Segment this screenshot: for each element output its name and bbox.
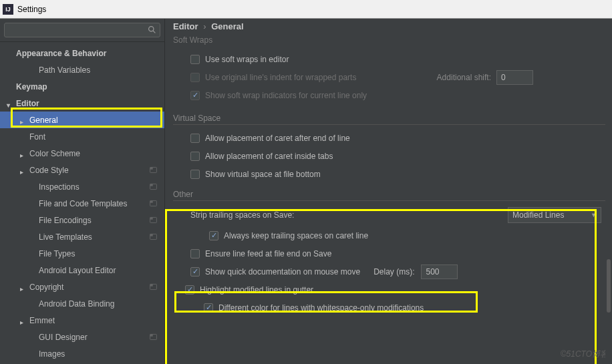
- additional-shift-label: Additional shift:: [437, 73, 491, 82]
- sidebar-item-label: Code Style: [29, 166, 149, 175]
- additional-shift-input[interactable]: [496, 70, 533, 85]
- svg-rect-13: [150, 284, 153, 286]
- section-virtual-space-title: Virtual Space: [173, 114, 607, 125]
- checkbox-icon[interactable]: [190, 267, 200, 277]
- sidebar-item-label: Font: [29, 132, 164, 142]
- search-input[interactable]: [4, 23, 160, 37]
- svg-rect-7: [150, 200, 153, 202]
- scrollbar-vertical[interactable]: [605, 59, 612, 364]
- section-other-title: Other: [173, 190, 607, 201]
- sidebar-item-general[interactable]: General: [0, 112, 164, 128]
- opt-ensure-lf[interactable]: Ensure line feed at file end on Save: [173, 244, 607, 262]
- sidebar-item-font[interactable]: Font: [0, 128, 164, 145]
- sidebar-item-label: Live Templates: [39, 232, 149, 242]
- sidebar-item-label: Color Scheme: [29, 149, 164, 158]
- opt-caret-eol[interactable]: Allow placement of caret after end of li…: [173, 129, 607, 147]
- settings-tree: Appearance & BehaviorPath VariablesKeyma…: [0, 42, 164, 364]
- svg-rect-5: [150, 184, 153, 186]
- opt-show-indicators: Show soft wrap indicators for current li…: [173, 86, 607, 104]
- svg-rect-11: [150, 234, 153, 236]
- sidebar-item-label: GUI Designer: [39, 333, 149, 342]
- opt-quick-doc[interactable]: Show quick documentation on mouse move D…: [173, 262, 607, 281]
- app-logo-icon: IJ: [3, 4, 13, 15]
- sidebar-item-emmet[interactable]: Emmet: [0, 312, 164, 329]
- opt-use-soft-wraps[interactable]: Use soft wraps in editor: [173, 50, 607, 68]
- sidebar-item-appearance-behavior[interactable]: Appearance & Behavior: [0, 45, 164, 61]
- strip-spaces-select[interactable]: Modified Lines ▼: [508, 207, 601, 223]
- sidebar-item-label: Emmet: [29, 316, 164, 325]
- sidebar-item-editor[interactable]: Editor: [0, 95, 164, 112]
- chevron-right-icon[interactable]: [20, 284, 27, 291]
- checkbox-icon[interactable]: [190, 55, 200, 64]
- opt-caret-tabs[interactable]: Allow placement of caret inside tabs: [173, 147, 607, 165]
- opt-keep-caret-spaces[interactable]: Always keep trailing spaces on caret lin…: [173, 226, 607, 244]
- sidebar-item-label: Images: [39, 349, 164, 359]
- chevron-right-icon[interactable]: [20, 317, 27, 324]
- opt-diff-color[interactable]: Different color for lines with whitespac…: [173, 299, 607, 317]
- chevron-right-icon[interactable]: [20, 150, 27, 157]
- project-scope-icon: [149, 182, 158, 191]
- svg-point-0: [149, 27, 154, 31]
- checkbox-icon[interactable]: [204, 303, 213, 313]
- sidebar-item-copyright[interactable]: Copyright: [0, 279, 164, 295]
- svg-rect-15: [150, 334, 153, 336]
- sidebar-item-file-types[interactable]: File Types: [0, 245, 164, 262]
- sidebar-item-label: Android Layout Editor: [39, 266, 164, 275]
- sidebar-item-path-variables[interactable]: Path Variables: [0, 61, 164, 78]
- sidebar-item-file-encodings[interactable]: File Encodings: [0, 212, 164, 228]
- project-scope-icon: [149, 232, 158, 241]
- sidebar-item-label: General: [29, 116, 164, 125]
- sidebar-item-label: Path Variables: [39, 65, 164, 75]
- svg-rect-9: [150, 217, 153, 219]
- sidebar-item-label: Inspections: [39, 182, 149, 192]
- section-soft-wraps-title: Soft Wraps: [173, 35, 607, 46]
- project-scope-icon: [149, 216, 158, 224]
- sidebar-item-inspections[interactable]: Inspections: [0, 178, 164, 195]
- chevron-down-icon: ▼: [591, 212, 597, 218]
- checkbox-icon[interactable]: [209, 231, 218, 240]
- delay-label: Delay (ms):: [373, 267, 414, 277]
- breadcrumb: Editor › General: [173, 21, 607, 31]
- svg-line-1: [153, 31, 155, 33]
- sidebar-item-code-style[interactable]: Code Style: [0, 162, 164, 178]
- checkbox-icon[interactable]: [190, 249, 200, 258]
- project-scope-icon: [149, 333, 158, 341]
- settings-content: Editor › General Soft Wraps Use soft wra…: [165, 19, 612, 364]
- chevron-down-icon[interactable]: [7, 100, 13, 107]
- sidebar-item-label: File Encodings: [39, 216, 149, 225]
- sidebar-item-android-data-binding[interactable]: Android Data Binding: [0, 295, 164, 312]
- chevron-right-icon[interactable]: [20, 167, 27, 174]
- sidebar-item-file-and-code-templates[interactable]: File and Code Templates: [0, 195, 164, 212]
- checkbox-icon[interactable]: [190, 134, 200, 143]
- opt-vspace-bottom[interactable]: Show virtual space at file bottom: [173, 165, 607, 183]
- chevron-right-icon[interactable]: [20, 117, 27, 124]
- sidebar-item-color-scheme[interactable]: Color Scheme: [0, 145, 164, 162]
- sidebar-item-live-templates[interactable]: Live Templates: [0, 228, 164, 245]
- sidebar-item-label: Editor: [16, 99, 164, 108]
- project-scope-icon: [149, 166, 158, 174]
- sidebar-item-android-layout-editor[interactable]: Android Layout Editor: [0, 262, 164, 279]
- sidebar-item-keymap[interactable]: Keymap: [0, 78, 164, 95]
- scrollbar-thumb[interactable]: [607, 259, 611, 313]
- sidebar: Appearance & BehaviorPath VariablesKeyma…: [0, 19, 165, 364]
- sidebar-item-label: Keymap: [16, 82, 164, 92]
- breadcrumb-leaf: General: [211, 21, 243, 31]
- checkbox-icon: [190, 91, 200, 100]
- checkbox-icon[interactable]: [190, 170, 200, 179]
- sidebar-item-label: Appearance & Behavior: [16, 49, 164, 58]
- watermark: ©51CTO博客: [561, 349, 608, 360]
- sidebar-item-gui-designer[interactable]: GUI Designer: [0, 329, 164, 345]
- opt-highlight-gutter[interactable]: Highlight modified lines in gutter: [173, 281, 607, 299]
- search-icon: [148, 25, 156, 34]
- sidebar-item-images[interactable]: Images: [0, 345, 164, 362]
- checkbox-icon[interactable]: [190, 152, 200, 161]
- strip-spaces-label: Strip trailing spaces on Save:: [190, 210, 508, 220]
- opt-original-indent: Use original line's indent for wrapped p…: [173, 68, 607, 86]
- sidebar-item-label: File and Code Templates: [39, 199, 149, 208]
- delay-input[interactable]: [421, 264, 458, 279]
- checkbox-icon[interactable]: [185, 285, 194, 295]
- sidebar-item-label: File Types: [39, 249, 164, 258]
- window-title: Settings: [17, 5, 46, 14]
- breadcrumb-root[interactable]: Editor: [173, 21, 198, 31]
- svg-rect-3: [150, 167, 153, 169]
